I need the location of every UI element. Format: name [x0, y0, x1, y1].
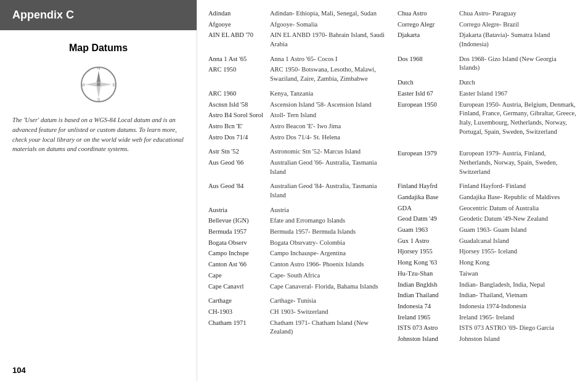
table-row: AIN EL ABD '70AIN EL ANBD 1970- Bahrain …: [208, 31, 388, 49]
entry-description: Cape Canaveral- Florida, Bahama Islands: [270, 282, 388, 292]
table-row: DjakartaDjakarta (Batavia)- Sumatra Isla…: [398, 31, 577, 49]
table-row: Guam 1963Guam 1963- Guam Island: [398, 226, 577, 235]
entry-name: Bermuda 1957: [208, 227, 270, 237]
entry-description: Indian- Thailand, Vietnam: [459, 291, 577, 300]
table-row: Easter Isld 67Easter Island 1967: [398, 89, 577, 99]
table-row: Indonesia 74Indonesia 1974-Indonesia: [398, 302, 577, 311]
compass-icon: N S W E: [80, 66, 117, 103]
entry-description: Guadalcanal Island: [459, 237, 577, 246]
table-row: Astr Stn '52Astronomic Stn '52- Marcus I…: [208, 147, 388, 157]
svg-text:S: S: [97, 97, 100, 102]
entry-description: Corrego Alegre- Brazil: [459, 20, 577, 30]
svg-text:E: E: [112, 83, 115, 87]
entry-name: Chua Astro: [398, 9, 459, 18]
entry-name: Anna 1 Ast '65: [208, 55, 270, 64]
entry-name: CH-1903: [208, 308, 270, 317]
entry-name: Chatham 1971: [208, 319, 270, 337]
entry-name: ARC 1950: [208, 65, 270, 83]
entry-name: European 1979: [398, 149, 459, 176]
entry-name: Bellevue (IGN): [208, 216, 270, 226]
entry-name: Cape Canavrl: [208, 282, 270, 292]
entry-description: Geocentric Datum of Australia: [459, 204, 577, 213]
entry-name: Guam 1963: [398, 226, 459, 235]
entry-description: Efate and Erromango Islands: [270, 216, 388, 226]
entry-name: Hong Kong '63: [398, 258, 459, 268]
table-row: Ireland 1965Ireland 1965- Ireland: [398, 313, 577, 322]
table-row: Cape CanavrlCape Canaveral- Florida, Bah…: [208, 282, 388, 292]
table-row: Finland HayfrdFinland Hayford- Finland: [398, 182, 577, 191]
entry-name: Cape: [208, 271, 270, 281]
sidebar-description: The 'User' datum is based on a WGS-84 Lo…: [12, 115, 184, 154]
entry-name: Afgooye: [208, 20, 270, 30]
entry-description: Bogata Obsrvatry- Colombia: [270, 239, 388, 248]
entry-description: Dos 1968- Gizo Island (New Georgia Islan…: [459, 55, 577, 73]
entry-name: Campo Inchspe: [208, 249, 270, 258]
entry-name: Adindan: [208, 9, 270, 18]
table-row: European 1950European 1950- Austria, Bel…: [398, 100, 577, 137]
table-row: ARC 1960Kenya, Tanzania: [208, 89, 388, 99]
entry-name: Aus Geod '66: [208, 158, 270, 176]
entry-name: Djakarta: [398, 31, 459, 49]
table-row: ARC 1950ARC 1950- Botswana, Lesotho, Mal…: [208, 65, 388, 83]
entry-name: European 1950: [398, 100, 459, 137]
entry-description: Atoll- Tern Island: [270, 111, 388, 120]
entry-description: Astro Beacon 'E'- Iwo Jima: [270, 122, 388, 131]
appendix-title: Appendix C: [12, 9, 184, 22]
entry-name: Gandajika Base: [398, 193, 459, 202]
entry-description: Hjorsey 1955- Iceland: [459, 247, 577, 256]
table-row: Astro Dos 71/4Astro Dos 71/4- St. Helena: [208, 133, 388, 142]
entry-description: Johnston Island: [459, 335, 577, 344]
entry-description: Guam 1963- Guam Island: [459, 226, 577, 235]
table-row: Astro Bcn 'E'Astro Beacon 'E'- Iwo Jima: [208, 122, 388, 131]
entry-description: Indian- Bangladesh, India, Nepal: [459, 281, 577, 290]
entry-description: Djakarta (Batavia)- Sumatra Island (Indo…: [459, 31, 577, 49]
entry-name: Carthage: [208, 297, 270, 306]
entry-description: Taiwan: [459, 269, 577, 279]
table-row: Chua AstroChua Astro- Paraguay: [398, 9, 577, 18]
table-row: Indian ThailandIndian- Thailand, Vietnam: [398, 291, 577, 300]
entry-name: Astro B4 Sorol Sorol: [208, 111, 270, 120]
table-row: AustriaAustria: [208, 206, 388, 215]
entry-name: Astro Bcn 'E': [208, 122, 270, 131]
entry-name: Dutch: [398, 78, 459, 88]
entry-name: Gux 1 Astro: [398, 237, 459, 246]
table-row: Ascnsn Isld '58Ascension Island '58- Asc…: [208, 100, 388, 110]
entry-description: Astronomic Stn '52- Marcus Island: [270, 147, 388, 157]
entry-name: ARC 1960: [208, 89, 270, 99]
table-row: CapeCape- South Africa: [208, 271, 388, 281]
svg-marker-4: [99, 82, 112, 87]
sidebar-header: Appendix C: [0, 0, 197, 30]
entry-name: AIN EL ABD '70: [208, 31, 270, 49]
entry-name: Dos 1968: [398, 55, 459, 73]
table-row: AdindanAdindan- Ethiopia, Mali, Senegal,…: [208, 9, 388, 18]
entry-description: Canton Astro 1966- Phoenix Islands: [270, 260, 388, 269]
entry-name: ISTS 073 Astro: [398, 324, 459, 333]
svg-point-5: [97, 83, 100, 86]
table-row: Canton Ast '66Canton Astro 1966- Phoenix…: [208, 260, 388, 269]
table-row: Geod Datm '49Geodetic Datum '49-New Zeal…: [398, 215, 577, 224]
entry-name: Johnston Island: [398, 335, 459, 344]
entry-description: ARC 1950- Botswana, Lesotho, Malawi, Swa…: [270, 65, 388, 83]
table-row: Astro B4 Sorol SorolAtoll- Tern Island: [208, 111, 388, 120]
entry-name: Bogata Observ: [208, 239, 270, 248]
table-row: Anna 1 Ast '65Anna 1 Astro '65- Cocos I: [208, 55, 388, 64]
sidebar-content: Map Datums N S W E The 'User' datum is b…: [0, 30, 197, 359]
svg-marker-3: [85, 82, 99, 87]
table-row: ISTS 073 AstroISTS 073 ASTRO '69- Diego …: [398, 324, 577, 333]
entry-description: Finland Hayford- Finland: [459, 182, 577, 191]
svg-text:W: W: [81, 83, 85, 87]
table-row: Aus Geod '66Australian Geod '66- Austral…: [208, 158, 388, 176]
entry-name: Ascnsn Isld '58: [208, 100, 270, 110]
table-row: CH-1903CH 1903- Switzerland: [208, 308, 388, 317]
entry-name: Astro Dos 71/4: [208, 133, 270, 142]
entry-description: Australian Geod '84- Australia, Tasmania…: [270, 182, 388, 200]
table-row: European 1979European 1979- Austria, Fin…: [398, 149, 577, 176]
entry-description: Bermuda 1957- Bermuda Islands: [270, 227, 388, 237]
entry-description: European 1950- Austria, Belgium, Denmark…: [459, 100, 577, 137]
entry-name: Aus Geod '84: [208, 182, 270, 200]
entry-description: Hong Kong: [459, 258, 577, 268]
table-row: Gandajika BaseGandajika Base- Republic o…: [398, 193, 577, 202]
entry-description: Ireland 1965- Ireland: [459, 313, 577, 322]
entry-description: AIN EL ANBD 1970- Bahrain Island, Saudi …: [270, 31, 388, 49]
table-row: Hong Kong '63Hong Kong: [398, 258, 577, 268]
